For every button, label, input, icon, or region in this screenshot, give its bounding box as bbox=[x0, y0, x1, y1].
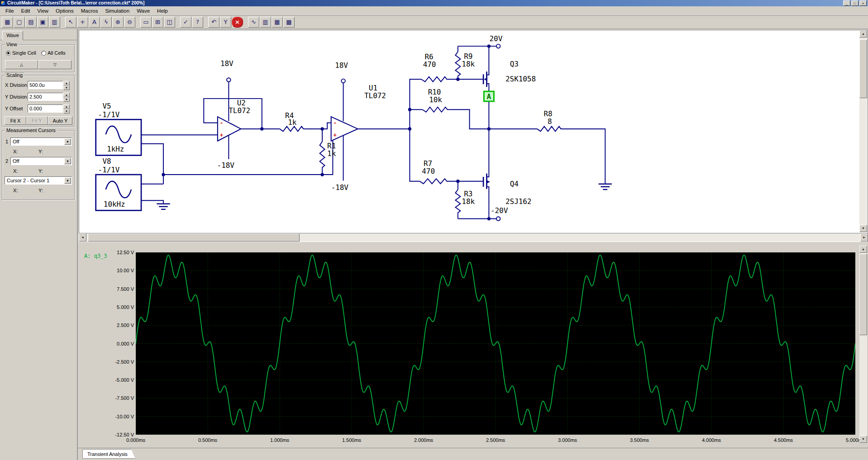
spin-down-icon[interactable]: ▼ bbox=[63, 85, 70, 90]
cursor1-select[interactable]: Off ▼ bbox=[10, 138, 72, 146]
spin-up-icon[interactable]: ▲ bbox=[63, 104, 70, 109]
y-offset-spinner[interactable]: ▲▼ bbox=[63, 104, 70, 113]
scroll-left-icon[interactable]: ◄ bbox=[79, 233, 86, 242]
x-division-input[interactable]: 500.0u bbox=[28, 81, 63, 89]
schematic-vertical-scrollbar[interactable]: ▲ ▼ bbox=[859, 30, 867, 232]
menu-help[interactable]: Help bbox=[153, 6, 172, 15]
spin-down-icon[interactable]: ▼ bbox=[63, 97, 70, 102]
print-button[interactable]: ▥ bbox=[49, 17, 60, 28]
scroll-up-icon[interactable]: ▲ bbox=[859, 246, 867, 253]
y-division-spinner[interactable]: ▲▼ bbox=[63, 93, 70, 101]
chevron-down-icon[interactable]: ▼ bbox=[64, 138, 71, 145]
pan-up-button[interactable]: △ bbox=[5, 60, 38, 69]
chevron-down-icon[interactable]: ▼ bbox=[64, 177, 71, 184]
schematic-horizontal-scrollbar[interactable]: ◄ ► bbox=[79, 233, 868, 242]
tab-transient-analysis[interactable]: Transient Analysis bbox=[82, 449, 135, 459]
arrow-tool-button[interactable]: ↖ bbox=[65, 17, 76, 28]
probe-marker-a[interactable]: A bbox=[484, 91, 494, 101]
cursor-diff-select[interactable]: Cursor 2 - Cursor 1 ▼ bbox=[5, 176, 72, 185]
wires[interactable] bbox=[141, 46, 605, 218]
fit-x-button[interactable]: Fit X bbox=[5, 116, 26, 125]
waveform-plot[interactable] bbox=[136, 252, 855, 435]
resistor-r9[interactable]: R9 18k bbox=[455, 52, 475, 77]
menu-options[interactable]: Options bbox=[52, 6, 77, 15]
grid-display-button[interactable]: ▦ bbox=[272, 17, 283, 28]
resistor-r8[interactable]: R8 8 bbox=[537, 109, 563, 131]
split-view-button[interactable]: ◫ bbox=[164, 17, 175, 28]
y-division-input[interactable]: 2.500 bbox=[28, 93, 63, 101]
scrollbar-thumb[interactable] bbox=[859, 39, 867, 98]
stop-simulation-button[interactable]: × bbox=[232, 17, 243, 28]
q4-part-label: 2SJ162 bbox=[506, 197, 531, 206]
analysis-display-button[interactable]: ▩ bbox=[283, 17, 295, 28]
voltage-source-v5[interactable]: V5 -1/1V 1kHz bbox=[96, 102, 141, 156]
menu-wave[interactable]: Wave bbox=[133, 6, 153, 15]
zoom-out-button[interactable]: ⊖ bbox=[124, 17, 135, 28]
resistor-r7[interactable]: R7 470 bbox=[420, 159, 448, 184]
resistor-r10[interactable]: R10 10k bbox=[423, 88, 449, 112]
delete-tool-button[interactable]: ϟ bbox=[100, 17, 112, 28]
duplicate-view-button[interactable]: ⊞ bbox=[152, 17, 163, 28]
menu-edit[interactable]: Edit bbox=[18, 6, 34, 15]
zoom-in-button[interactable]: ⊕ bbox=[112, 17, 124, 28]
ground-symbol-right[interactable] bbox=[599, 184, 612, 190]
resistor-r6[interactable]: R6 470 bbox=[421, 52, 448, 81]
save-button[interactable]: ▣ bbox=[37, 17, 48, 28]
waveform-vertical-scrollbar[interactable]: ▲ ▼ bbox=[859, 246, 867, 443]
resistor-r3[interactable]: R3 18k bbox=[455, 190, 475, 214]
pan-down-button[interactable]: ▽ bbox=[38, 60, 72, 69]
opamp-u1[interactable]: - + 18V -18V U1 TL072 bbox=[331, 61, 386, 192]
scroll-down-icon[interactable]: ▼ bbox=[859, 225, 867, 232]
x-division-spinner[interactable]: ▲▼ bbox=[63, 81, 70, 89]
help-button[interactable]: ? bbox=[192, 17, 203, 28]
ground-symbol-left[interactable] bbox=[157, 204, 170, 209]
wire-tool-button[interactable]: + bbox=[77, 17, 88, 28]
schematic-drawing[interactable]: V5 -1/1V 1kHz V8 -1/1V 10kHz - + 18V -18… bbox=[79, 31, 860, 232]
scrollbar-thumb[interactable] bbox=[88, 233, 300, 242]
spin-up-icon[interactable]: ▲ bbox=[63, 81, 70, 85]
close-button[interactable]: × bbox=[859, 0, 867, 6]
check-options-button[interactable]: ✓ bbox=[180, 17, 191, 28]
y-axis-tick-label: 0.000 V bbox=[89, 341, 134, 347]
scrollbar-thumb[interactable] bbox=[859, 254, 867, 335]
scroll-down-icon[interactable]: ▼ bbox=[859, 436, 867, 443]
schematic-canvas[interactable]: V5 -1/1V 1kHz V8 -1/1V 10kHz - + 18V -18… bbox=[79, 30, 868, 233]
opamp-u2[interactable]: - + 18V -18V U2 TL072 bbox=[217, 59, 251, 170]
spin-down-icon[interactable]: ▼ bbox=[63, 109, 70, 114]
y-axis-tick-label: 5.000 V bbox=[89, 304, 134, 310]
parts-browser-button[interactable]: ▦ bbox=[2, 17, 13, 28]
data-display-button[interactable]: ▥ bbox=[260, 17, 271, 28]
y-offset-input[interactable]: 0.000 bbox=[28, 104, 63, 113]
menu-simulation[interactable]: Simulation bbox=[101, 6, 133, 15]
menu-file[interactable]: File bbox=[2, 6, 18, 15]
sheet-view-button[interactable]: ▭ bbox=[140, 17, 152, 28]
minimize-button[interactable]: _ bbox=[843, 0, 850, 6]
new-button[interactable]: ▢ bbox=[14, 17, 25, 28]
radio-single-cell[interactable]: Single Cell bbox=[6, 50, 36, 56]
scroll-up-icon[interactable]: ▲ bbox=[859, 30, 867, 38]
radio-all-cells[interactable]: All Cells bbox=[41, 50, 66, 56]
spin-up-icon[interactable]: ▲ bbox=[63, 93, 70, 97]
v8-value-label: -1/1V bbox=[98, 166, 120, 174]
mosfet-q4[interactable]: Q4 2SJ162 bbox=[483, 174, 531, 206]
menu-view[interactable]: View bbox=[33, 6, 52, 15]
voltage-source-v8[interactable]: V8 -1/1V 10kHz bbox=[96, 157, 141, 211]
menu-macros[interactable]: Macros bbox=[77, 6, 102, 15]
text-tool-button[interactable]: A bbox=[89, 17, 100, 28]
mosfet-q3[interactable]: Q3 2SK1058 bbox=[483, 60, 536, 87]
auto-y-button[interactable]: Auto Y bbox=[48, 116, 72, 125]
resistor-r1[interactable]: R1 1k bbox=[320, 142, 336, 169]
cursor2-select[interactable]: Off ▼ bbox=[10, 157, 72, 165]
restore-button[interactable]: □ bbox=[851, 0, 858, 6]
u1-vminus-label: -18V bbox=[331, 183, 349, 192]
scope-window-button[interactable]: ∿ bbox=[248, 17, 259, 28]
tab-wave[interactable]: Wave bbox=[2, 31, 23, 40]
chevron-down-icon[interactable]: ▼ bbox=[64, 158, 71, 164]
scroll-right-icon[interactable]: ► bbox=[860, 233, 868, 242]
undo-button[interactable]: ↶ bbox=[208, 17, 219, 28]
probe-y-button[interactable]: Y bbox=[220, 17, 231, 28]
menubar: FileEditViewOptionsMacrosSimulationWaveH… bbox=[0, 6, 868, 16]
open-button[interactable]: ▤ bbox=[25, 17, 37, 28]
resistor-r4[interactable]: R4 1k bbox=[280, 111, 305, 132]
r1-value-label: 1k bbox=[327, 149, 336, 158]
